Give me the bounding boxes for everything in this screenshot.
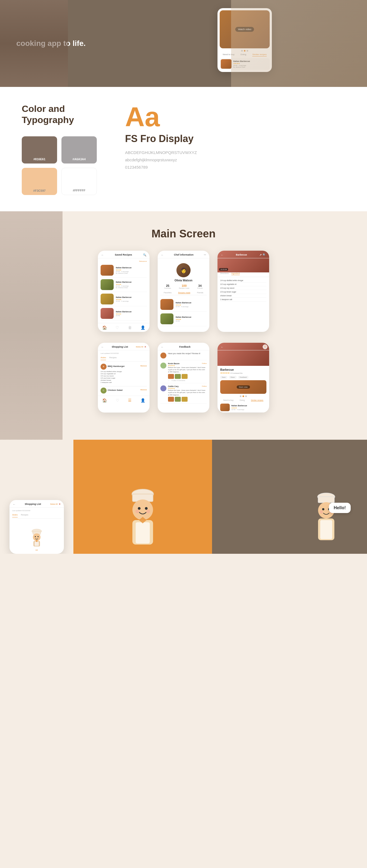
typography-section: Aa FS Fro Display ABCDEFGHIJKLMNOPQRSTUV… [125,103,345,171]
review-img-3 [181,374,188,379]
ask-label: Have you made this recipe? Review it! [168,352,200,354]
likes-count: 4 Likes 3 Comments [172,380,185,381]
ingredient-item: 1/3 cup brown sugar [101,377,147,379]
stat-friends: 34 Friends [197,284,202,289]
hello-speech-bubble: Hello! [329,503,351,513]
person-icon[interactable]: 👤 [141,398,145,403]
back-arrow-icon[interactable]: ← [161,253,164,256]
tab-aisles[interactable]: Aisles [12,514,18,517]
review-avatar-2 [160,385,166,391]
stat-favorites: 25 Favorites [164,284,171,289]
recipe-thumbnail [221,59,232,69]
review-img-1 [168,374,174,379]
tab-aisles[interactable]: Aisles [101,356,106,360]
tab-directions[interactable]: Directions [220,272,229,275]
chef-avatar: 👩 [176,263,191,277]
review-img-4 [168,397,174,402]
list-item: Italian Barbecue ★★★★ 10:40 [160,312,207,326]
like-button[interactable]: ♡ [263,344,267,349]
chicken-avatar: C [101,388,107,394]
tab-similar-recipes[interactable]: Similar recipes [251,399,263,401]
recipe-thumbnail-1 [101,265,114,276]
hello-text: Hello! [334,505,346,510]
heart-icon[interactable]: ♡ [116,398,119,403]
review-avatar-1 [160,363,166,369]
chef-info-title: Chef information [174,253,194,256]
swatch-f3c597: #F3C597 [22,168,57,195]
bottom-right: Hello! [212,440,367,554]
delete-icon[interactable]: ✕ [144,346,146,348]
save-action[interactable]: Save [220,376,227,379]
page-bottom: ← Shopping List Delete All ✕ Last update… [0,440,367,554]
trash-icon[interactable]: 🗑 [128,326,132,330]
heart-action[interactable]: ♡ [168,380,169,381]
tab-favorites[interactable]: Favorites [164,292,172,294]
tab-need-to-buy[interactable]: Need to buy [223,399,233,401]
bbq-header-image: ← Barbecue ↗ 🔍 10:20:38 [218,251,269,272]
recipe-info-1: Italian Barbecue ★★★★ 10:40 · 4 servings… [116,267,147,274]
back-arrow-icon[interactable]: ← [161,345,164,348]
share-icon[interactable]: ↗ [259,253,261,256]
item-avatar: B [101,364,107,370]
follow-button-1[interactable]: Follow [202,363,207,364]
review-1-header: Kevin Bacon Follow [168,363,207,365]
heart-icon[interactable]: ♡ [116,326,119,330]
back-arrow-icon[interactable]: ← [13,503,16,506]
list-item: Italian Barbecue ★★★★ 10:40 · 4 servings [101,292,147,306]
ingredient-1: 1/4 cup distilled white vinegar [220,279,266,282]
bbq2-nav-bar: ← ♡ [218,343,269,350]
tab-recipes[interactable]: Recipes [21,514,28,517]
home-icon[interactable]: 🏠 [102,326,107,330]
feedback-action[interactable]: Feedback [238,376,249,379]
remove-button-2[interactable]: Remove [141,389,147,391]
chef-info-header: ← Chef information ··· [158,251,209,258]
back-arrow-icon[interactable]: ← [221,345,223,348]
swatch-label-1: #816E61 [33,157,46,161]
ingredient-item: 1 teaspoon salt [101,381,147,383]
back-arrow-icon[interactable]: ← [221,253,223,256]
delete-all-label[interactable]: Delete All [136,346,143,348]
bbq2-rating: ★★★★★ 4.5 reviewed this [218,372,269,374]
person-icon[interactable]: 👤 [141,326,145,330]
numerals: 0123456789 [125,163,345,171]
bbq-time-badge: 10:20:38 [219,268,228,271]
feedback-body: Have you made this recipe? Review it! Ke… [158,350,209,408]
list-icon[interactable]: ☰ [128,398,132,403]
shopping-header-actions: Delete All ✕ [136,346,146,348]
tab-doing[interactable]: Doing [240,399,245,401]
delete-all-label[interactable]: Delete All [50,503,58,505]
phone-saved-recipes: ← Saved Recipes 🔍 Relevance Italian Barb… [98,251,149,332]
share-action[interactable]: Share [229,376,236,379]
tab-friends[interactable]: Friends [197,292,203,294]
ingredient-4: 1/3 cup brown sugar [220,290,266,294]
svg-point-17 [146,509,150,513]
delete-icon[interactable]: ✕ [59,503,61,505]
review-1-actions: ♡ 4 Likes 3 Comments [168,380,207,381]
dot-2 [243,396,244,397]
chef-svg-center [113,478,173,554]
color-section: Color and Typography #816E61 #A6A3A4 #F3… [22,103,109,195]
back-arrow-icon[interactable]: ← [101,345,104,348]
ingredient-6: 1 teaspoon salt [220,298,266,302]
ingredient-2: 1/2 cup vegetable oil [220,282,266,286]
tab-recipes-made[interactable]: Recipes made [178,292,190,294]
watch-video-button[interactable]: Watch video [237,385,250,389]
review-stars-1: ★★★★★ [168,365,207,366]
follow-button-2[interactable]: Follow [202,385,207,387]
divider [101,384,147,386]
tab-ingredient[interactable]: Ingredient [231,272,240,275]
remove-button[interactable]: Remove [141,365,147,368]
bbq2-recipe-thumb [220,404,230,411]
back-arrow-icon[interactable]: ← [101,253,104,256]
reviews-count: 4.5 reviewed this [230,372,243,374]
phone-shopping-list: ← Shopping List Delete All ✕ Last update… [98,343,149,412]
ask-avatar [160,352,166,359]
shopping-list-header: ← Shopping List Delete All ✕ [98,343,149,350]
home-icon[interactable]: 🏠 [102,398,107,403]
more-options-icon[interactable]: ··· [204,253,206,256]
search-icon[interactable]: 🔍 [263,253,266,256]
tab-recipes[interactable]: Recipes [109,356,117,360]
swatch-816e61: #816E61 [22,136,57,163]
chef-recipe-thumb-1 [160,299,173,310]
search-icon[interactable]: 🔍 [143,253,146,256]
